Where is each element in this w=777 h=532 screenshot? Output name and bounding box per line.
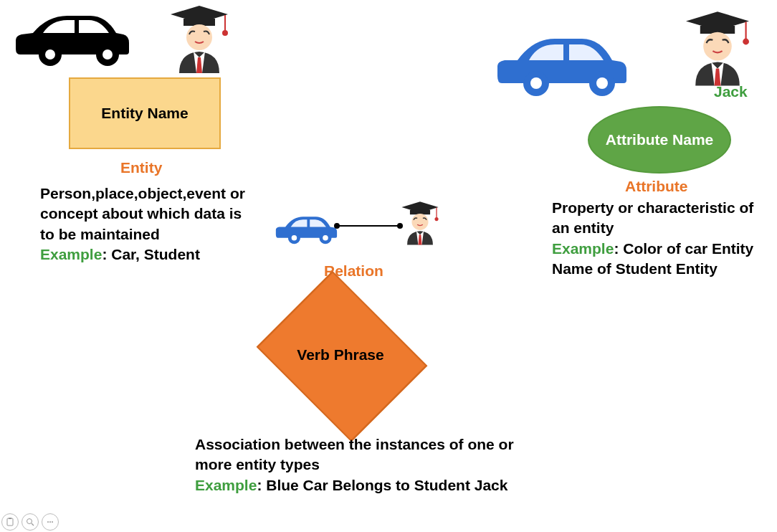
relation-line (337, 225, 400, 227)
svg-point-7 (186, 24, 212, 50)
attribute-shape-label: Attribute Name (606, 130, 714, 148)
svg-point-15 (703, 32, 732, 61)
toolbar (1, 513, 59, 531)
relation-example-text: : Blue Car Belongs to Student Jack (257, 477, 507, 493)
entity-title: Entity (120, 159, 162, 176)
svg-line-27 (32, 523, 34, 526)
more-icon[interactable] (42, 513, 59, 531)
svg-point-29 (49, 521, 51, 523)
svg-point-23 (411, 214, 428, 230)
entity-shape: Entity Name (69, 77, 221, 149)
student-icon (678, 10, 757, 92)
svg-point-6 (222, 30, 228, 36)
attribute-description: Property or characteristic of an entity (552, 199, 753, 236)
svg-point-22 (434, 217, 438, 221)
zoom-icon[interactable] (22, 513, 39, 531)
svg-rect-24 (7, 518, 13, 526)
svg-point-19 (323, 235, 328, 241)
attribute-description-block: Property or characteristic of an entity … (552, 198, 774, 279)
attribute-title: Attribute (625, 178, 688, 195)
svg-point-1 (45, 49, 55, 60)
svg-point-9 (530, 77, 542, 89)
svg-point-3 (103, 49, 113, 60)
relation-description: Association between the instances of one… (195, 436, 514, 472)
character-name: Jack (714, 83, 748, 100)
entity-example-text: : Car, Student (102, 246, 200, 262)
blue-car-small-icon (274, 206, 338, 252)
entity-description: Person,place,object,event or concept abo… (40, 185, 245, 242)
blue-car-icon (493, 24, 629, 103)
black-car-icon (11, 3, 132, 75)
attribute-example-label: Example (552, 240, 614, 257)
svg-point-26 (27, 519, 32, 524)
svg-point-30 (52, 521, 53, 523)
svg-point-17 (292, 235, 297, 241)
entity-example-label: Example (40, 246, 102, 262)
svg-point-11 (596, 77, 608, 89)
svg-rect-25 (9, 518, 11, 519)
relation-example-label: Example (195, 477, 257, 493)
svg-point-14 (743, 39, 749, 45)
relation-shape: Verb Phrase (265, 301, 416, 409)
student-small-icon (397, 201, 443, 250)
clipboard-icon[interactable] (1, 513, 19, 531)
relation-description-block: Association between the instances of one… (195, 434, 553, 495)
relation-shape-label: Verb Phrase (297, 346, 383, 364)
entity-description-block: Person,place,object,event or concept abo… (40, 184, 255, 265)
svg-point-28 (47, 521, 49, 523)
student-icon (163, 4, 235, 79)
attribute-shape: Attribute Name (588, 106, 731, 174)
entity-shape-label: Entity Name (101, 105, 188, 122)
